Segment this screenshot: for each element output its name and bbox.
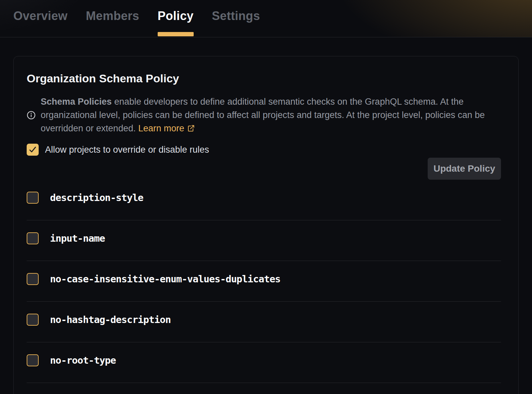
allow-override-checkbox[interactable]	[27, 144, 39, 156]
rules-list: description-style input-name no-case-ins…	[27, 180, 501, 383]
tab-overview-label: Overview	[13, 9, 68, 23]
allow-override-checkbox-row[interactable]: Allow projects to override or disable ru…	[27, 144, 501, 156]
rule-row-no-root-type: no-root-type	[27, 342, 501, 383]
rule-checkbox-description-style[interactable]	[27, 192, 39, 204]
rule-row-description-style: description-style	[27, 180, 501, 220]
rule-row-input-name: input-name	[27, 220, 501, 261]
rule-name: no-root-type	[50, 355, 116, 366]
rule-checkbox-input-name[interactable]	[27, 232, 39, 244]
tab-bar: Overview Members Policy Settings	[0, 0, 532, 37]
external-link-icon	[187, 124, 195, 132]
tab-members[interactable]: Members	[86, 0, 139, 37]
rule-name: no-case-insensitive-enum-values-duplicat…	[50, 273, 280, 285]
policy-info-text: Schema Policies enable developers to def…	[41, 95, 499, 135]
rule-row-no-hashtag-description: no-hashtag-description	[27, 302, 501, 342]
learn-more-label: Learn more	[138, 123, 184, 133]
header: Overview Members Policy Settings	[0, 0, 532, 37]
policy-info-lead: Schema Policies	[41, 97, 112, 107]
rule-name: input-name	[50, 233, 105, 244]
checkmark-icon	[28, 145, 37, 154]
learn-more-link[interactable]: Learn more	[138, 123, 195, 133]
rule-name: description-style	[50, 192, 143, 203]
tab-members-label: Members	[86, 9, 139, 23]
rule-row-no-case-insensitive-enum-values-duplicates: no-case-insensitive-enum-values-duplicat…	[27, 261, 501, 302]
info-circle-icon	[27, 111, 36, 120]
rule-checkbox-no-root-type[interactable]	[27, 354, 39, 366]
page-title: Organization Schema Policy	[27, 72, 501, 85]
rule-name: no-hashtag-description	[50, 314, 171, 325]
tab-settings-label: Settings	[212, 9, 260, 23]
update-policy-button[interactable]: Update Policy	[428, 158, 501, 180]
allow-override-label: Allow projects to override or disable ru…	[45, 145, 209, 155]
tab-policy-label: Policy	[158, 9, 194, 23]
tab-overview[interactable]: Overview	[13, 0, 68, 37]
tab-policy[interactable]: Policy	[158, 0, 194, 37]
policy-card: Organization Schema Policy Schema Polici…	[13, 56, 519, 394]
tab-settings[interactable]: Settings	[212, 0, 260, 37]
rule-checkbox-no-hashtag-description[interactable]	[27, 314, 39, 326]
button-row: Update Policy	[27, 158, 501, 180]
active-tab-indicator	[158, 32, 194, 36]
policy-info-callout: Schema Policies enable developers to def…	[27, 95, 501, 135]
rule-checkbox-no-case-insensitive-enum-values-duplicates[interactable]	[27, 273, 39, 285]
